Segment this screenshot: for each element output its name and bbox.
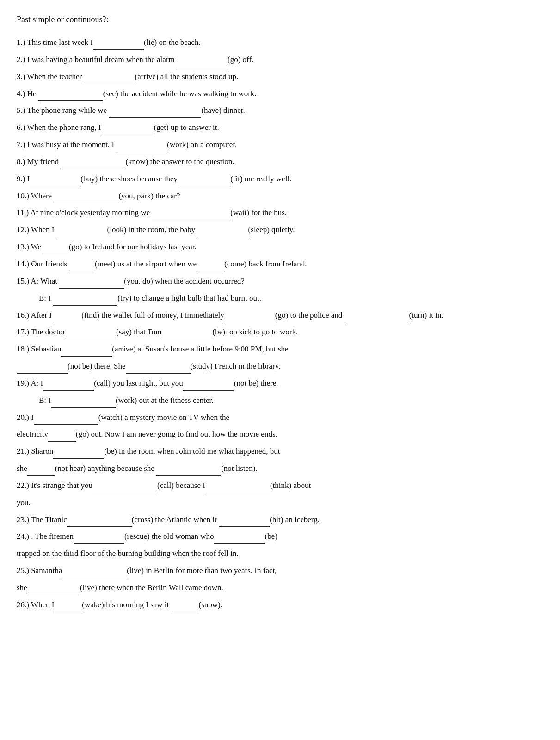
question-6: 6.) When the phone rang, I (get) up to a… <box>17 120 543 136</box>
blank-20b[interactable] <box>48 441 76 442</box>
blank-19a[interactable] <box>43 390 94 391</box>
blank-23a[interactable] <box>67 526 132 527</box>
question-20b: electricity(go) out. Now I am never goin… <box>17 426 543 443</box>
blank-26b[interactable] <box>171 612 199 612</box>
blank-24a[interactable] <box>74 543 124 544</box>
blank-18b[interactable] <box>17 373 68 374</box>
question-2: 2.) I was having a beautiful dream when … <box>17 52 543 68</box>
question-25a: 25.) Samantha(live) in Berlin for more t… <box>17 563 543 579</box>
question-4: 4.) He (see) the accident while he was w… <box>17 86 543 102</box>
question-18a: 18.) Sebastian(arrive) at Susan's house … <box>17 341 543 358</box>
blank-24b[interactable] <box>214 543 265 544</box>
blank-9a[interactable] <box>30 186 80 186</box>
question-15a: 15.) A: What (you, do) when the accident… <box>17 273 543 290</box>
question-12: 12.) When I (look) in the room, the baby… <box>17 222 543 238</box>
blank-4a[interactable] <box>38 100 103 101</box>
blank-22b[interactable] <box>205 493 270 493</box>
blank-6a[interactable] <box>103 135 154 135</box>
blank-17b[interactable] <box>162 339 213 339</box>
question-20a: 20.) I(watch) a mystery movie on TV when… <box>17 410 543 426</box>
question-21a: 21.) Sharon(be) in the room when John to… <box>17 444 543 460</box>
blank-22a[interactable] <box>92 493 157 493</box>
question-13: 13.) We(go) to Ireland for our holidays … <box>17 239 543 255</box>
blank-9b[interactable] <box>179 186 230 186</box>
question-25b: she (live) there when the Berlin Wall ca… <box>17 580 543 596</box>
blank-16b[interactable] <box>224 322 275 322</box>
question-9: 9.) I(buy) these shoes because they (fit… <box>17 171 543 187</box>
blank-2a[interactable] <box>177 67 228 67</box>
blank-14a[interactable] <box>67 271 95 271</box>
question-19a: 19.) A: I(call) you last night, but you(… <box>17 376 543 392</box>
blank-21a[interactable] <box>53 458 104 459</box>
blank-5a[interactable] <box>109 117 201 118</box>
blank-16a[interactable] <box>54 322 81 322</box>
question-21b: she(not hear) anything because she (not … <box>17 461 543 477</box>
question-1: 1.) This time last week I(lie) on the be… <box>17 35 543 51</box>
blank-11a[interactable] <box>152 220 230 220</box>
blank-20a[interactable] <box>34 424 98 425</box>
blank-26a[interactable] <box>54 612 82 612</box>
blank-1a[interactable] <box>93 49 144 50</box>
blank-18c[interactable] <box>126 373 191 374</box>
blank-8a[interactable] <box>61 169 125 169</box>
blank-25b[interactable] <box>27 595 78 595</box>
question-10: 10.) Where (you, park) the car? <box>17 188 543 204</box>
question-16: 16.) After I (find) the wallet full of m… <box>17 308 543 324</box>
blank-18a[interactable] <box>61 356 112 357</box>
question-24b: trapped on the third floor of the burnin… <box>17 546 543 562</box>
question-5: 5.) The phone rang while we (have) dinne… <box>17 103 543 119</box>
blank-19c[interactable] <box>51 407 116 408</box>
page-title: Past simple or continuous?: <box>17 15 543 25</box>
blank-3a[interactable] <box>84 84 135 84</box>
question-14: 14.) Our friends(meet) us at the airport… <box>17 256 543 272</box>
blank-25a[interactable] <box>62 578 127 578</box>
blank-19b[interactable] <box>183 390 234 391</box>
blank-15a[interactable] <box>59 288 124 289</box>
blank-23b[interactable] <box>219 526 270 527</box>
question-11: 11.) At nine o'clock yesterday morning w… <box>17 205 543 221</box>
exercise-body: 1.) This time last week I(lie) on the be… <box>17 35 543 613</box>
question-17: 17.) The doctor(say) that Tom(be) too si… <box>17 324 543 340</box>
question-24a: 24.) . The firemen(rescue) the old woman… <box>17 529 543 545</box>
question-8: 8.) My friend (know) the answer to the q… <box>17 154 543 170</box>
blank-14b[interactable] <box>197 271 224 271</box>
blank-21c[interactable] <box>156 475 221 476</box>
question-18b: (not be) there. She(study) French in the… <box>17 358 543 375</box>
question-26: 26.) When I(wake)this morning I saw it (… <box>17 597 543 613</box>
question-19b: B: I(work) out at the fitness center. <box>17 393 543 409</box>
blank-7a[interactable] <box>116 152 167 152</box>
blank-12b[interactable] <box>197 237 248 237</box>
blank-12a[interactable] <box>56 237 107 237</box>
blank-17a[interactable] <box>65 339 116 339</box>
question-23: 23.) The Titanic(cross) the Atlantic whe… <box>17 512 543 528</box>
blank-21b[interactable] <box>27 475 55 476</box>
question-22b: you. <box>17 495 543 511</box>
question-7: 7.) I was busy at the moment, I (work) o… <box>17 137 543 153</box>
blank-13a[interactable] <box>41 254 69 254</box>
blank-10a[interactable] <box>54 203 118 203</box>
question-22a: 22.) It's strange that you(call) because… <box>17 478 543 494</box>
blank-15b[interactable] <box>53 305 117 306</box>
question-15b: B: I (try) to change a light bulb that h… <box>17 290 543 307</box>
blank-16c[interactable] <box>345 322 409 322</box>
question-3: 3.) When the teacher (arrive) all the st… <box>17 69 543 85</box>
